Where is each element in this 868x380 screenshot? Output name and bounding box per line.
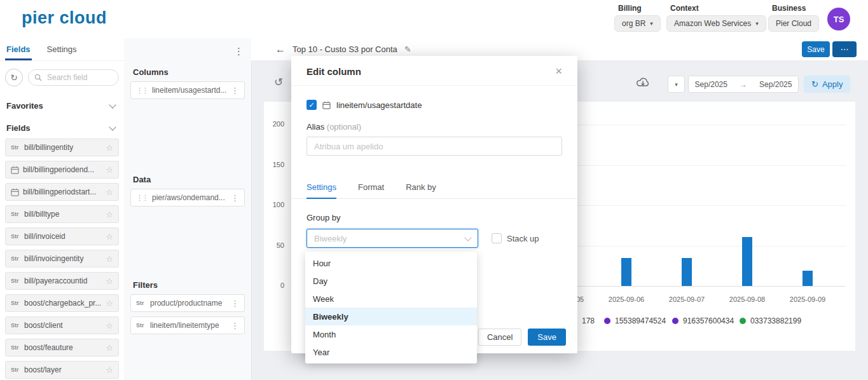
close-icon[interactable]: × [555,65,562,77]
field-name: bill/billingentity [24,143,102,152]
cancel-button[interactable]: Cancel [478,329,521,346]
apply-button[interactable]: ↻ Apply [804,76,850,93]
field-item[interactable]: Strboost/chargeback_pr...☆ [5,294,119,312]
field-item[interactable]: bill/billingperiodend...☆ [5,161,119,179]
avatar[interactable]: TS [827,8,850,31]
edit-title-icon[interactable]: ✎ [404,44,411,54]
context-group: Context Amazon Web Services ▾ [666,4,766,32]
kebab-icon[interactable]: ⋮ [231,193,239,203]
chevron-down-icon [464,234,471,241]
more-options-button[interactable]: ⋯ [832,41,857,57]
calendar-icon [322,101,331,109]
kebab-icon[interactable]: ⋮ [231,299,239,308]
star-icon[interactable]: ☆ [106,254,113,264]
config-item[interactable]: ⋮⋮lineitem/usagestartd...⋮ [130,81,245,99]
config-item-name: lineitem/lineitemtype [150,321,226,330]
dropdown-option[interactable]: Year [305,343,477,361]
star-icon[interactable]: ☆ [106,276,113,286]
date-from: Sep/2025 [695,80,727,89]
alias-input[interactable] [307,137,562,156]
drag-handle-icon[interactable]: ⋮⋮ [136,86,148,95]
date-granularity-button[interactable]: ▾ [668,76,685,93]
group-by-label: Group by [307,213,562,222]
app-logo: pier cloud [22,8,107,28]
modal-tab-format[interactable]: Format [358,182,384,198]
field-checkbox[interactable]: ✓ [307,100,317,110]
legend-item[interactable]: 033733882199 [740,316,801,325]
date-to: Sep/2025 [759,80,792,89]
legend-item[interactable]: 916357600434 [672,316,734,325]
modal-header: Edit column × [291,56,577,86]
context-value: Amazon Web Services [674,19,751,28]
dropdown-option[interactable]: Week [305,290,477,308]
field-item[interactable]: Strbill/billtype☆ [5,205,119,223]
field-item[interactable]: Strboost/client☆ [5,316,119,334]
tab-settings[interactable]: Settings [47,38,77,60]
y-tick-label: 0 [264,282,284,289]
field-item[interactable]: Strbill/invoiceid☆ [5,227,119,245]
search-box[interactable] [28,69,119,86]
cloud-download-icon[interactable] [636,77,650,90]
group-by-select[interactable]: Biweekly [307,229,478,248]
save-button[interactable]: Save [528,329,566,346]
config-item[interactable]: Strproduct/productname⋮ [130,294,245,312]
field-item[interactable]: bill/billingperiodstart...☆ [5,183,119,201]
config-item[interactable]: ⋮⋮pier/aws/ondemand...⋮ [130,189,245,207]
dropdown-option[interactable]: Day [305,272,477,290]
tab-fields[interactable]: Fields [6,38,31,60]
star-icon[interactable]: ☆ [106,210,113,219]
field-item[interactable]: Strbill/payeraccountid☆ [5,272,119,290]
star-icon[interactable]: ☆ [106,165,113,175]
date-range-picker[interactable]: Sep/2025 → Sep/2025 [688,76,799,93]
config-item-name: pier/aws/ondemand... [152,193,226,202]
field-item[interactable]: Strboost/layer☆ [5,361,119,379]
business-select[interactable]: Pier Cloud [768,15,819,32]
field-name: boost/chargeback_pr... [24,299,102,308]
back-icon[interactable]: ← [275,44,286,55]
modal-tab-rank-by[interactable]: Rank by [406,182,436,198]
field-item[interactable]: Strboost/feauture☆ [5,339,119,356]
star-icon[interactable]: ☆ [106,321,113,330]
business-value: Pier Cloud [776,19,811,28]
kebab-icon[interactable]: ⋮ [231,86,239,95]
star-icon[interactable]: ☆ [106,365,113,375]
stack-up-checkbox[interactable] [492,233,502,243]
star-icon[interactable]: ☆ [106,143,113,153]
dropdown-option[interactable]: Month [305,325,477,343]
field-item[interactable]: Strbill/invoicingentity☆ [5,250,119,268]
dropdown-option[interactable]: Hour [305,254,477,272]
bar [621,258,631,286]
billing-select[interactable]: org BR ▾ [614,15,661,32]
star-icon[interactable]: ☆ [106,299,113,308]
star-icon[interactable]: ☆ [106,343,113,353]
kebab-icon[interactable]: ⋮ [231,321,239,330]
search-input[interactable] [46,72,113,83]
app-header: pier cloud Billing org BR ▾ Context Amaz… [0,0,868,39]
chevron-down-icon [109,123,116,130]
kebab-icon[interactable]: ⋮ [234,46,244,57]
refresh-button[interactable]: ↻ [5,69,23,86]
context-select[interactable]: Amazon Web Services ▾ [666,15,766,32]
drag-handle-icon[interactable]: ⋮⋮ [136,194,148,202]
calendar-icon [11,166,19,174]
star-icon[interactable]: ☆ [106,232,113,241]
field-list: Strbill/billingentity☆bill/billingperiod… [0,139,124,379]
stack-up-checkbox-row[interactable]: Stack up [492,233,539,243]
chevron-down-icon [109,101,116,108]
favorites-section-header[interactable]: Favorites [0,94,124,116]
modal-tab-settings[interactable]: Settings [307,182,336,198]
dropdown-option[interactable]: Biweekly [305,308,477,325]
legend-label: 916357600434 [683,316,734,325]
legend-dot [740,318,746,324]
fields-section-header[interactable]: Fields [0,116,124,139]
y-tick-label: 150 [264,161,284,168]
field-checkbox-row: ✓ lineitem/usagestartdate [307,100,562,110]
field-item[interactable]: Strbill/billingentity☆ [5,139,119,156]
legend-item[interactable]: 155389474524 [604,316,666,325]
config-item[interactable]: Strlineitem/lineitemtype⋮ [130,316,245,334]
star-icon[interactable]: ☆ [106,187,113,197]
report-save-button[interactable]: Save [802,41,830,57]
chevron-down-icon: ▾ [755,20,759,27]
string-type-icon: Str [11,300,20,306]
undo-icon[interactable]: ↺ [274,76,283,89]
